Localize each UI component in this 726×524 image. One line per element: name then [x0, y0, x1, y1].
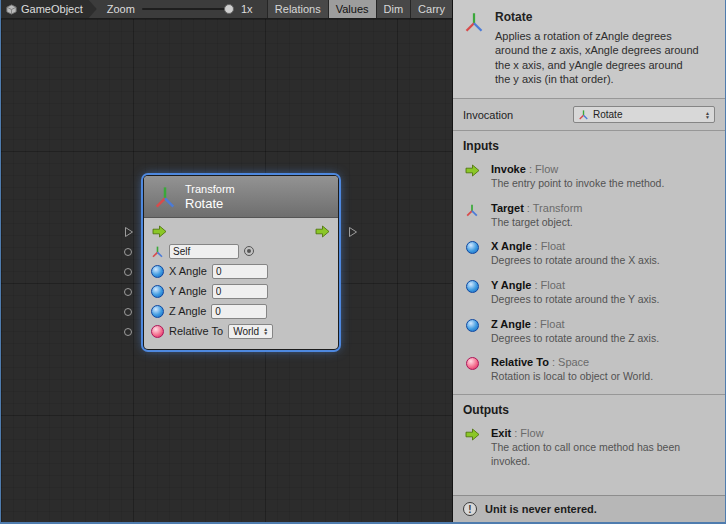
transform-rotate-node[interactable]: Transform Rotate X Angle [144, 176, 338, 349]
target-row [151, 241, 331, 261]
transform-icon [154, 186, 176, 208]
node-body: X Angle Y Angle Z Angle Relative To [144, 218, 338, 349]
y-angle-row: Y Angle [151, 281, 331, 301]
inspector-title: Rotate [495, 10, 700, 24]
relative-to-port[interactable] [124, 328, 132, 336]
target-port[interactable] [124, 248, 132, 256]
inspector-description: Applies a rotation of zAngle degrees aro… [495, 29, 700, 86]
float-icon [466, 319, 479, 332]
input-entry-z-angle: Z AngleFloat Degrees to rotate around th… [453, 313, 725, 352]
graph-toolbar: GameObject Zoom 1x Relations Values Dim … [1, 0, 452, 19]
invocation-label: Invocation [463, 109, 513, 121]
bolt-graph-window: GameObject Zoom 1x Relations Values Dim … [0, 0, 726, 524]
zoom-slider-knob[interactable] [224, 4, 234, 14]
space-icon [466, 357, 479, 370]
zoom-value: 1x [241, 3, 253, 15]
object-picker-icon[interactable] [244, 246, 254, 256]
float-icon [466, 280, 479, 293]
relative-to-label: Relative To [169, 325, 223, 337]
relative-to-value: World [233, 326, 259, 337]
input-entry-y-angle: Y AngleFloat Degrees to rotate around th… [453, 274, 725, 313]
flow-row [151, 221, 331, 241]
zoom-area: Zoom 1x [97, 0, 267, 18]
space-icon [151, 325, 164, 338]
float-icon [151, 305, 164, 318]
node-title: Transform [185, 182, 235, 196]
x-angle-port[interactable] [124, 268, 132, 276]
transform-icon [151, 245, 164, 258]
gameobject-icon [6, 4, 17, 15]
output-entry-exit: ExitFlow The action to call once method … [453, 422, 725, 474]
transform-icon [578, 109, 589, 120]
zoom-slider[interactable] [142, 8, 234, 10]
y-angle-label: Y Angle [169, 285, 207, 297]
self-field[interactable] [169, 244, 239, 259]
relative-to-row: Relative To World ▲▼ [151, 321, 331, 341]
flow-arrow-icon [465, 164, 480, 177]
flow-arrow-icon [465, 428, 480, 441]
flow-input-port[interactable] [124, 226, 134, 238]
relative-to-dropdown[interactable]: World ▲▼ [228, 324, 273, 339]
breadcrumb-label: GameObject [21, 3, 83, 15]
input-entry-relative-to: Relative ToSpace Rotation is local to ob… [453, 351, 725, 390]
input-entry-x-angle: X AngleFloat Degrees to rotate around th… [453, 235, 725, 274]
inspector-panel: Rotate Applies a rotation of zAngle degr… [452, 0, 725, 522]
inspector-header: Rotate Applies a rotation of zAngle degr… [453, 0, 725, 99]
x-angle-input[interactable] [212, 264, 268, 279]
z-angle-port[interactable] [124, 308, 132, 316]
input-entry-invoke: InvokeFlow The entry point to invoke the… [453, 158, 725, 197]
outputs-section-title: Outputs [453, 394, 725, 422]
carry-button[interactable]: Carry [410, 0, 452, 18]
exit-arrow-icon[interactable] [315, 225, 330, 238]
z-angle-row: Z Angle [151, 301, 331, 321]
float-icon [151, 265, 164, 278]
relations-button[interactable]: Relations [267, 0, 328, 18]
invoke-arrow-icon[interactable] [152, 225, 167, 238]
warning-bar: ! Unit is never entered. [453, 495, 725, 522]
z-angle-label: Z Angle [169, 305, 206, 317]
invocation-row: Invocation Rotate ▲▼ [453, 99, 725, 131]
z-angle-input[interactable] [211, 304, 267, 319]
values-button[interactable]: Values [328, 0, 376, 18]
x-angle-row: X Angle [151, 261, 331, 281]
dim-button[interactable]: Dim [376, 0, 411, 18]
node-subtitle: Rotate [185, 196, 235, 212]
graph-canvas[interactable]: Transform Rotate X Angle [1, 19, 452, 522]
inputs-section-title: Inputs [453, 131, 725, 158]
float-icon [151, 285, 164, 298]
invocation-value: Rotate [593, 109, 622, 120]
input-entry-target: TargetTransform The target object. [453, 197, 725, 236]
float-icon [466, 241, 479, 254]
warning-icon: ! [463, 502, 477, 516]
invocation-dropdown[interactable]: Rotate ▲▼ [573, 106, 715, 123]
dropdown-arrows-icon: ▲▼ [705, 111, 710, 119]
y-angle-port[interactable] [124, 288, 132, 296]
flow-output-port[interactable] [348, 226, 358, 238]
breadcrumb[interactable]: GameObject [1, 0, 97, 18]
x-angle-label: X Angle [169, 265, 207, 277]
warning-text: Unit is never entered. [485, 503, 597, 515]
transform-icon [465, 203, 479, 217]
y-angle-input[interactable] [212, 284, 268, 299]
node-header[interactable]: Transform Rotate [144, 176, 338, 218]
dropdown-arrows-icon: ▲▼ [263, 327, 268, 335]
transform-icon [464, 12, 484, 32]
zoom-label: Zoom [107, 3, 135, 15]
